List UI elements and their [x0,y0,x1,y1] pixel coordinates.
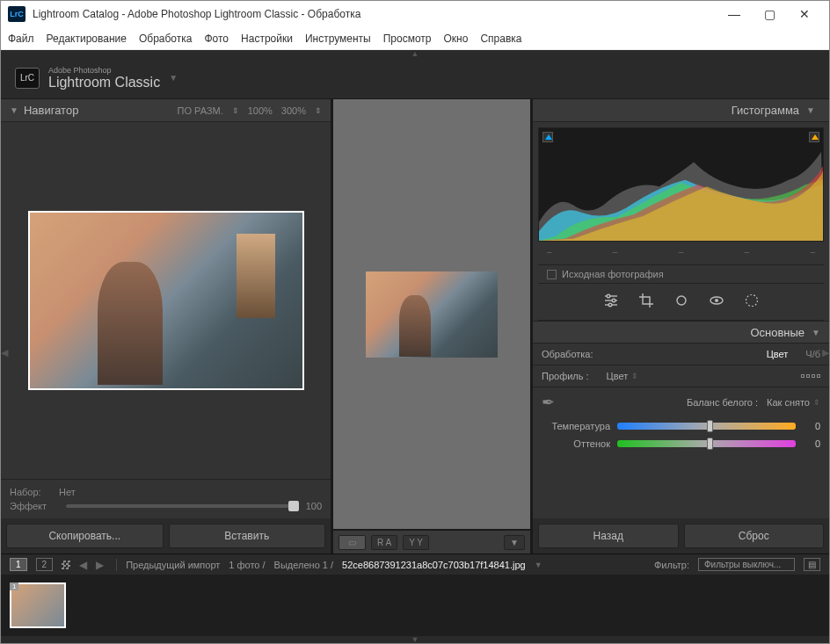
preset-value[interactable]: Нет [59,487,76,497]
histogram-axis: – – – – – [538,247,824,261]
profile-browser-icon[interactable] [801,374,820,378]
menu-window[interactable]: Окно [444,33,469,45]
updown-icon[interactable]: ⇕ [232,106,239,115]
mask-icon[interactable] [744,293,760,312]
filmstrip[interactable]: 1 [1,575,829,636]
treatment-color[interactable]: Цвет [767,349,789,359]
window-title: Lightroom Catalog - Adobe Photoshop Ligh… [33,8,717,20]
filename-dropdown-icon[interactable]: ▼ [535,561,542,569]
menu-view[interactable]: Просмотр [383,33,432,45]
tint-row: Оттенок 0 [533,435,829,452]
slider-handle[interactable] [707,420,713,432]
module-picker-icon[interactable]: ▼ [169,73,178,83]
back-button[interactable]: Назад [538,524,679,548]
chevron-down-icon: ▼ [10,105,18,115]
left-edge-toggle[interactable]: ◀ [1,347,8,358]
tint-slider[interactable] [617,440,796,447]
slider-handle[interactable] [707,438,713,450]
updown-icon[interactable]: ⇕ [315,106,322,115]
bottom-panel-toggle[interactable]: ▼ [1,636,829,643]
profile-label: Профиль : [542,371,589,381]
histogram-header[interactable]: Гистограмма ▼ [533,99,829,122]
zoom-300[interactable]: 300% [281,105,306,116]
menu-help[interactable]: Справка [480,33,521,45]
toolbar-dropdown[interactable]: ▼ [504,535,525,550]
zoom-100[interactable]: 100% [248,105,273,116]
navigator-header[interactable]: ▼ Навигатор ПО РАЗМ. ⇕ 100% 300% ⇕ [1,99,331,122]
filmstrip-bar: 1 2 ◀ ▶ Предыдущий импорт 1 фото / Выдел… [1,554,829,575]
right-panel: Гистограмма ▼ – – [530,99,829,554]
nav-fwd-icon[interactable]: ▶ [96,559,104,571]
preset-panel: Набор: Нет Эффект 100 [1,479,331,518]
menu-settings[interactable]: Настройки [241,33,293,45]
brand-logo-icon: LrC [15,68,40,89]
monitor-2[interactable]: 2 [36,558,54,571]
redeye-icon[interactable] [709,293,724,312]
profile-row: Профиль : Цвет ⇕ [533,365,829,387]
profile-value[interactable]: Цвет [607,371,629,381]
zoom-fit[interactable]: ПО РАЗМ. [178,105,223,116]
monitor-1[interactable]: 1 [10,558,27,571]
titlebar: LrC Lightroom Catalog - Adobe Photoshop … [1,1,829,27]
menu-photo[interactable]: Фото [204,33,229,45]
nav-back-icon[interactable]: ◀ [79,559,87,571]
wb-value[interactable]: Как снято [767,397,810,408]
menu-file[interactable]: Файл [8,33,34,45]
shadow-clip-icon[interactable] [542,132,553,142]
brand-small: Adobe Photoshop [48,66,160,75]
center-panel: ▭ R A Y Y ▼ [333,99,530,554]
wb-label: Баланс белого : [687,397,758,408]
close-button[interactable]: ✕ [787,7,822,21]
highlight-clip-icon[interactable] [809,132,819,142]
original-photo-row[interactable]: Исходная фотография [538,264,824,284]
heal-icon[interactable] [673,293,689,312]
menu-edit[interactable]: Редактирование [47,33,127,45]
navigator-preview[interactable] [1,122,331,479]
top-panel-toggle[interactable]: ▲ [1,50,829,57]
menubar: Файл Редактирование Обработка Фото Настр… [1,27,829,50]
filmstrip-thumb[interactable]: 1 [10,582,66,628]
treatment-bw[interactable]: Ч/б [805,349,820,359]
maximize-button[interactable]: ▢ [752,7,787,21]
menu-develop[interactable]: Обработка [139,33,193,45]
copy-button[interactable]: Скопировать... [6,524,164,548]
filter-dropdown[interactable]: Фильтры выключ... [698,558,795,571]
loupe-image[interactable] [366,271,498,358]
view-mode-loupe[interactable]: ▭ [339,535,366,550]
histogram[interactable] [538,127,824,242]
effect-value: 100 [306,501,322,511]
tint-label: Оттенок [542,438,610,449]
updown-icon[interactable]: ⇕ [813,398,820,407]
navigator-title: Навигатор [24,104,78,117]
checkbox-icon[interactable] [547,270,557,279]
sliders-icon[interactable] [603,293,619,312]
minimize-button[interactable]: — [717,7,752,21]
reset-button[interactable]: Сброс [684,524,825,548]
temperature-row: Температура 0 [533,417,829,435]
temperature-slider[interactable] [617,423,796,430]
effect-slider[interactable] [66,504,299,508]
temp-value[interactable]: 0 [796,421,820,431]
right-edge-toggle[interactable]: ▶ [822,347,829,358]
navigator-image[interactable] [28,211,304,390]
brand-big: Lightroom Classic [48,75,160,90]
view-mode-yy[interactable]: Y Y [403,535,429,550]
crop-icon[interactable] [638,293,654,312]
filter-lock-icon[interactable]: ▤ [804,558,820,571]
photo-count: 1 фото / [229,560,265,570]
view-mode-ra[interactable]: R A [371,535,397,550]
basic-panel-header[interactable]: Основные ▼ [533,321,829,344]
updown-icon[interactable]: ⇕ [631,372,638,380]
eyedropper-icon[interactable]: ✒ [542,393,555,412]
paste-button[interactable]: Вставить [169,524,326,548]
tint-value[interactable]: 0 [796,438,820,449]
histogram-title: Гистограмма [732,104,799,117]
grid-icon[interactable] [62,561,70,569]
center-toolbar: ▭ R A Y Y ▼ [333,529,530,554]
temp-label: Температура [542,421,610,431]
source-label[interactable]: Предыдущий импорт [126,560,220,570]
slider-handle[interactable] [288,501,299,511]
menu-tools[interactable]: Инструменты [305,33,371,45]
effect-label: Эффект [10,501,59,511]
svg-point-9 [746,294,757,306]
